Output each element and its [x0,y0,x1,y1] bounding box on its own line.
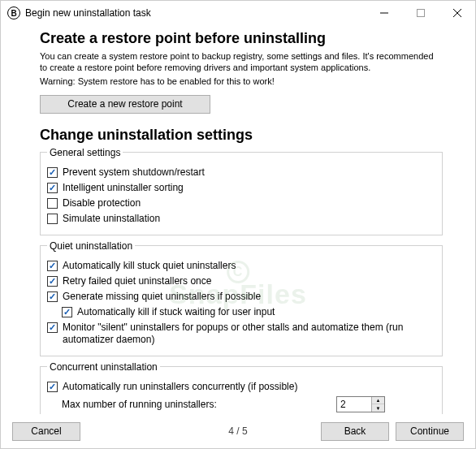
close-button[interactable] [439,1,475,25]
max-uninstallers-label: Max number of running uninstallers: [62,399,330,410]
checkbox[interactable] [47,291,58,302]
checkbox[interactable] [47,214,58,224]
checkbox-row: Automatically kill stuck quiet uninstall… [47,260,435,272]
checkbox-row: Generate missing quiet uninstallers if p… [47,291,435,303]
content-area: C SnapFiles Create a restore point befor… [1,25,475,414]
checkbox-label: Prevent system shutdown/restart [63,166,205,179]
back-button[interactable]: Back [321,422,389,441]
checkbox-label: Retry failed quiet uninstallers once [63,275,211,287]
checkbox-label: Automatically kill stuck quiet uninstall… [63,260,236,272]
checkbox-row: Retry failed quiet uninstallers once [47,275,435,287]
checkbox-label: Disable protection [63,197,141,209]
checkbox[interactable] [47,382,58,392]
concurrent-uninstall-group: Concurrent uninstallation Automatically … [40,361,443,414]
checkbox-row: Automatically run uninstallers concurren… [47,381,435,393]
max-uninstallers-spinner[interactable]: 2 ▲ ▼ [336,396,385,412]
checkbox[interactable] [62,307,72,317]
restore-heading: Create a restore point before uninstalli… [40,30,443,47]
titlebar: B Begin new uninstallation task [1,1,475,25]
checkbox-row: Automatically kill if stuck waiting for … [62,306,435,318]
checkbox[interactable] [47,322,58,333]
concurrent-legend: Concurrent uninstallation [47,361,160,373]
checkbox-row: Intelligent uninstaller sorting [47,182,435,194]
create-restore-point-button[interactable]: Create a new restore point [40,95,210,114]
spinner-up-icon[interactable]: ▲ [372,397,384,405]
footer: Cancel 4 / 5 Back Continue [1,414,475,448]
window-title: Begin new uninstallation task [25,7,366,19]
checkbox-row: Simulate uninstallation [47,213,435,225]
quiet-uninstall-group: Quiet uninstallation Automatically kill … [40,240,443,356]
general-settings-group: General settings Prevent system shutdown… [40,147,443,235]
checkbox[interactable] [47,167,58,178]
app-icon: B [7,6,20,19]
checkbox-label: Automatically kill if stuck waiting for … [77,306,275,318]
checkbox[interactable] [47,261,58,271]
restore-warning: Warning: System restore has to be enable… [40,76,443,87]
checkbox-row: Prevent system shutdown/restart [47,166,435,179]
checkbox[interactable] [47,198,58,209]
checkbox[interactable] [47,183,58,193]
settings-heading: Change uninstallation settings [40,127,443,144]
checkbox-label: Simulate uninstallation [63,213,160,225]
page-indicator: 4 / 5 [228,425,247,437]
checkbox-label: Automatically run uninstallers concurren… [63,381,297,393]
max-uninstallers-value[interactable]: 2 [337,397,371,412]
checkbox-row: Disable protection [47,197,435,209]
checkbox-row: Monitor "silent" uninstallers for popups… [47,322,435,346]
maximize-button [402,1,439,25]
svg-rect-1 [417,10,424,17]
checkbox-label: Intelligent uninstaller sorting [63,182,184,194]
continue-button[interactable]: Continue [396,422,464,441]
checkbox[interactable] [47,276,58,287]
checkbox-label: Generate missing quiet uninstallers if p… [63,291,261,303]
restore-description: You can create a system restore point to… [40,50,443,74]
spinner-down-icon[interactable]: ▼ [372,404,384,412]
minimize-button[interactable] [366,1,402,25]
checkbox-label: Monitor "silent" uninstallers for popups… [63,322,435,346]
general-legend: General settings [47,147,123,158]
quiet-legend: Quiet uninstallation [47,240,135,252]
cancel-button[interactable]: Cancel [12,422,80,441]
